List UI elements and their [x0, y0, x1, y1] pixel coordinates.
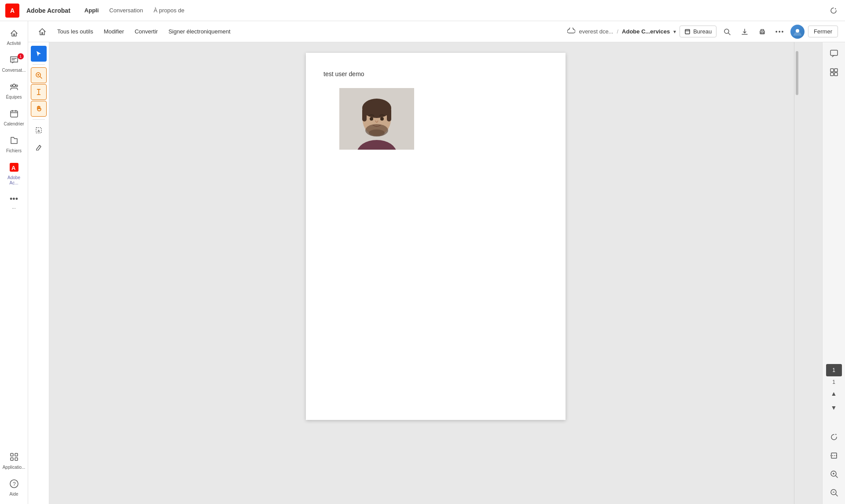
breadcrumb: everest dce... / Adobe C...ervices ▾	[567, 28, 676, 35]
svg-rect-23	[761, 32, 764, 33]
pdf-viewer[interactable]: test user demo	[49, 42, 822, 504]
nav-tous-outils[interactable]: Tous les outils	[53, 26, 98, 37]
nav-modifier[interactable]: Modifier	[99, 26, 129, 37]
zoom-in-button[interactable]	[826, 466, 842, 482]
calendrier-icon	[9, 109, 19, 121]
svg-rect-47	[830, 69, 834, 72]
equipes-label: Équipes	[6, 95, 22, 100]
svg-point-4	[16, 85, 18, 87]
svg-rect-48	[834, 69, 838, 72]
content-wrapper: A test user demo	[28, 42, 845, 504]
breadcrumb-chevron[interactable]: ▾	[673, 29, 676, 35]
nav-apropos[interactable]: À propos de	[150, 5, 188, 15]
main-layout: Activité 1 Conversat...	[0, 21, 845, 504]
svg-rect-17	[685, 29, 690, 34]
vertical-scrollbar[interactable]	[794, 42, 799, 504]
scrollbar-thumb[interactable]	[796, 51, 798, 95]
left-sidebar: Activité 1 Conversat...	[0, 21, 28, 504]
nav-signer[interactable]: Signer électroniquement	[164, 26, 235, 37]
print-button[interactable]	[755, 25, 769, 39]
toolbar-nav: Tous les outils Modifier Convertir Signe…	[53, 26, 235, 37]
nav-appli[interactable]: Appli	[81, 5, 103, 15]
applications-label: Applicatio...	[3, 465, 26, 470]
svg-rect-11	[11, 453, 13, 456]
svg-line-27	[40, 77, 42, 78]
adobeac-label: Adobe Ac...	[4, 175, 25, 186]
sidebar-item-fichiers[interactable]: Fichiers	[2, 132, 26, 157]
svg-rect-49	[830, 73, 834, 76]
user-avatar[interactable]	[790, 25, 805, 39]
hand-tool[interactable]	[31, 101, 47, 117]
bureau-label: Bureau	[693, 28, 712, 35]
breadcrumb-sep: /	[617, 28, 618, 35]
aide-label: Aide	[9, 492, 18, 497]
svg-rect-46	[830, 50, 838, 55]
zoom-out-button[interactable]	[826, 485, 842, 500]
markup-tool[interactable]	[31, 139, 47, 155]
sidebar-item-aide[interactable]: ? Aide	[2, 475, 26, 500]
svg-point-43	[380, 117, 384, 121]
svg-rect-40	[362, 108, 367, 121]
svg-text:?: ?	[13, 481, 16, 487]
svg-rect-14	[15, 458, 18, 460]
sidebar-item-activite[interactable]: Activité	[2, 25, 26, 50]
prev-page-button[interactable]: ▲	[827, 388, 841, 399]
svg-point-3	[11, 85, 12, 87]
sidebar-item-conversation[interactable]: 1 Conversat...	[2, 52, 26, 77]
svg-line-54	[836, 476, 838, 478]
fichiers-icon	[9, 136, 19, 147]
nav-conversation[interactable]: Conversation	[106, 5, 147, 15]
title-nav: Appli Conversation À propos de	[81, 5, 188, 15]
more-label: ...	[12, 205, 15, 210]
download-button[interactable]	[738, 25, 752, 39]
svg-text:A: A	[37, 129, 40, 133]
activite-label: Activité	[7, 41, 21, 46]
sidebar-item-adobeac[interactable]: A Adobe Ac...	[2, 159, 26, 189]
home-button[interactable]	[35, 25, 49, 39]
tool-divider-2	[33, 119, 45, 120]
app-name: Adobe Acrobat	[26, 7, 70, 14]
text-select-tool[interactable]	[31, 84, 47, 100]
comment-panel-button[interactable]	[826, 46, 842, 62]
aide-icon: ?	[9, 479, 19, 491]
zoom-tool[interactable]	[31, 67, 47, 83]
rotate-button[interactable]	[826, 429, 842, 445]
select-tool[interactable]	[31, 46, 47, 62]
page-number: 1	[832, 367, 835, 373]
next-page-button[interactable]: ▼	[827, 402, 841, 413]
pdf-image	[339, 88, 414, 150]
applications-icon	[9, 452, 19, 464]
svg-line-58	[836, 494, 838, 496]
sidebar-item-applications[interactable]: Applicatio...	[2, 449, 26, 474]
fermer-button[interactable]: Fermer	[808, 26, 838, 37]
fichiers-label: Fichiers	[6, 148, 22, 154]
svg-line-20	[728, 33, 730, 35]
bureau-button[interactable]: Bureau	[680, 26, 716, 37]
more-options-button[interactable]: •••	[773, 25, 787, 39]
thumbnail-panel-button[interactable]	[826, 64, 842, 80]
search-button[interactable]	[720, 25, 734, 39]
page-number-box[interactable]: 1	[826, 364, 842, 376]
svg-text:A: A	[11, 165, 16, 171]
adobe-logo: A	[5, 4, 19, 18]
right-column: 1 1 ▲ ▼	[822, 42, 845, 504]
breadcrumb-current[interactable]: Adobe C...ervices	[622, 28, 670, 35]
tool-divider-1	[33, 64, 45, 65]
equipes-icon	[9, 82, 19, 94]
refresh-button[interactable]	[827, 4, 840, 17]
nav-convertir[interactable]: Convertir	[130, 26, 162, 37]
svg-rect-13	[11, 458, 13, 460]
sidebar-item-equipes[interactable]: Équipes	[2, 78, 26, 103]
sidebar-item-more[interactable]: ••• ...	[2, 191, 26, 213]
svg-rect-41	[387, 108, 391, 121]
svg-point-42	[370, 117, 373, 121]
page-total: 1	[832, 379, 835, 385]
text-tool[interactable]: A	[31, 122, 47, 138]
title-bar: A Adobe Acrobat Appli Conversation À pro…	[0, 0, 845, 21]
svg-rect-12	[15, 453, 18, 456]
svg-rect-5	[11, 111, 18, 117]
tool-panel: A	[28, 42, 49, 504]
scan-button[interactable]	[826, 448, 842, 464]
calendrier-label: Calendrier	[4, 121, 24, 127]
sidebar-item-calendrier[interactable]: Calendrier	[2, 105, 26, 130]
